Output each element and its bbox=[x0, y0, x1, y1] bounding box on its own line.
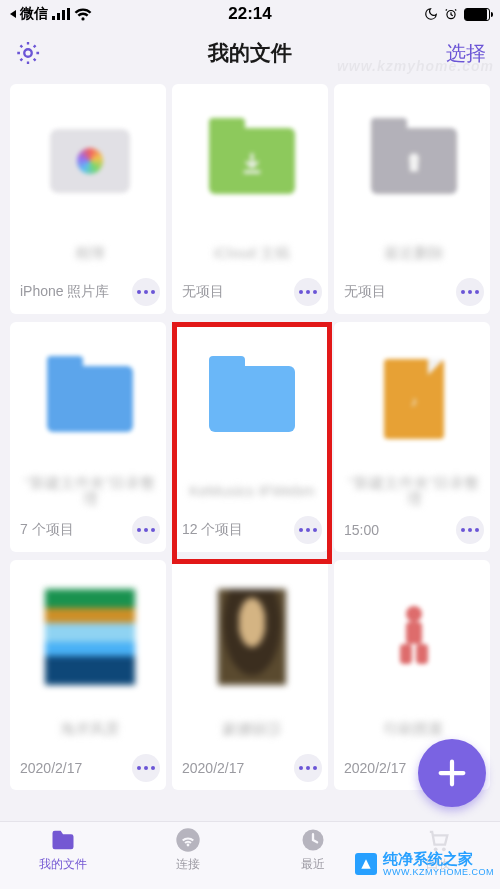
thumb bbox=[344, 570, 484, 704]
image-thumbnail bbox=[45, 592, 135, 682]
card-subtitle: 2020/2/17 bbox=[20, 760, 82, 776]
add-button[interactable] bbox=[418, 739, 486, 807]
ellipsis-icon bbox=[461, 528, 479, 532]
svg-point-6 bbox=[406, 606, 422, 622]
card-title: 相簿 bbox=[20, 234, 160, 272]
ellipsis-icon bbox=[137, 290, 155, 294]
more-button[interactable] bbox=[294, 278, 322, 306]
more-button[interactable] bbox=[456, 278, 484, 306]
ellipsis-icon bbox=[461, 290, 479, 294]
more-button[interactable] bbox=[294, 754, 322, 782]
folder-icon bbox=[49, 826, 77, 854]
battery-icon bbox=[464, 8, 490, 21]
signal-icon bbox=[52, 8, 70, 20]
status-left: 微信 bbox=[10, 5, 92, 23]
thumb bbox=[182, 332, 322, 466]
svg-rect-9 bbox=[416, 644, 428, 664]
tab-connect[interactable]: 连接 bbox=[125, 826, 250, 889]
thumb bbox=[182, 94, 322, 228]
tab-label: 回收 bbox=[426, 856, 450, 873]
file-card[interactable]: iCloud 文稿 无项目 bbox=[172, 84, 328, 314]
svg-rect-3 bbox=[67, 8, 70, 20]
plus-icon bbox=[435, 756, 469, 790]
ellipsis-icon bbox=[299, 290, 317, 294]
tab-label: 最近 bbox=[301, 856, 325, 873]
thumb bbox=[344, 94, 484, 228]
nav-bar: 我的文件 选择 bbox=[0, 28, 500, 78]
page-title: 我的文件 bbox=[208, 39, 292, 67]
thumb bbox=[182, 570, 322, 704]
card-title: 海岸风景 bbox=[20, 710, 160, 748]
settings-button[interactable] bbox=[14, 39, 42, 67]
ellipsis-icon bbox=[137, 766, 155, 770]
figure-red-icon bbox=[369, 592, 459, 682]
cart-icon bbox=[424, 826, 452, 854]
thumb: ♪ bbox=[344, 332, 484, 466]
thumb bbox=[20, 570, 160, 704]
select-button[interactable]: 选择 bbox=[446, 40, 486, 67]
ellipsis-icon bbox=[299, 766, 317, 770]
more-button[interactable] bbox=[132, 516, 160, 544]
svg-point-10 bbox=[176, 828, 199, 851]
dnd-moon-icon bbox=[424, 7, 438, 21]
card-subtitle: 15:00 bbox=[344, 522, 379, 538]
icloud-folder-icon bbox=[207, 116, 297, 206]
ellipsis-icon bbox=[137, 528, 155, 532]
card-subtitle: 2020/2/17 bbox=[344, 760, 406, 776]
file-card[interactable]: "新建文件夹"目录整理 7 个项目 bbox=[10, 322, 166, 552]
wifi-icon bbox=[74, 8, 92, 21]
more-button[interactable] bbox=[294, 516, 322, 544]
card-subtitle: 无项目 bbox=[182, 283, 224, 301]
tab-files[interactable]: 我的文件 bbox=[0, 826, 125, 889]
svg-rect-1 bbox=[57, 13, 60, 20]
file-card[interactable]: 海岸风景 2020/2/17 bbox=[10, 560, 166, 790]
image-thumbnail bbox=[207, 592, 297, 682]
card-title: 最近删除 bbox=[344, 234, 484, 272]
svg-point-13 bbox=[433, 847, 437, 851]
card-subtitle: 无项目 bbox=[344, 283, 386, 301]
svg-point-5 bbox=[24, 49, 31, 56]
trash-folder-icon bbox=[369, 116, 459, 206]
file-card[interactable]: 相簿 iPhone 照片库 bbox=[10, 84, 166, 314]
status-app-name: 微信 bbox=[20, 5, 48, 23]
card-title: KeMusics IFWebm bbox=[182, 472, 322, 510]
ellipsis-icon bbox=[299, 528, 317, 532]
alarm-icon bbox=[444, 7, 458, 21]
svg-rect-0 bbox=[52, 16, 55, 20]
thumb bbox=[20, 94, 160, 228]
tab-recent[interactable]: 最近 bbox=[250, 826, 375, 889]
status-right bbox=[424, 7, 490, 21]
status-bar: 微信 22:14 bbox=[0, 0, 500, 28]
document-orange-icon: ♪ bbox=[369, 354, 459, 444]
status-time: 22:14 bbox=[228, 4, 271, 24]
photos-library-icon bbox=[45, 116, 135, 206]
card-subtitle: iPhone 照片库 bbox=[20, 283, 109, 301]
tab-label: 我的文件 bbox=[39, 856, 87, 873]
clock-icon bbox=[299, 826, 327, 854]
wifi-circle-icon bbox=[174, 826, 202, 854]
svg-point-11 bbox=[186, 844, 189, 847]
file-card[interactable]: 蒙娜丽莎 2020/2/17 bbox=[172, 560, 328, 790]
svg-rect-8 bbox=[400, 644, 412, 664]
card-subtitle: 12 个项目 bbox=[182, 521, 243, 539]
back-chevron-icon bbox=[10, 10, 16, 18]
more-button[interactable] bbox=[132, 754, 160, 782]
more-button[interactable] bbox=[456, 516, 484, 544]
file-card[interactable]: KeMusics IFWebm 12 个项目 bbox=[172, 322, 328, 552]
file-card[interactable]: ♪ "新建文件夹"目录整理 15:00 bbox=[334, 322, 490, 552]
folder-blue-icon bbox=[207, 354, 297, 444]
folder-blue-icon bbox=[45, 354, 135, 444]
card-title: iCloud 文稿 bbox=[182, 234, 322, 272]
card-title: "新建文件夹"目录整理 bbox=[20, 472, 160, 510]
card-title: 蒙娜丽莎 bbox=[182, 710, 322, 748]
tab-label: 连接 bbox=[176, 856, 200, 873]
card-subtitle: 2020/2/17 bbox=[182, 760, 244, 776]
svg-point-14 bbox=[441, 847, 445, 851]
file-card[interactable]: 最近删除 无项目 bbox=[334, 84, 490, 314]
svg-rect-2 bbox=[62, 10, 65, 20]
tab-trash[interactable]: 回收 bbox=[375, 826, 500, 889]
thumb bbox=[20, 332, 160, 466]
tab-bar: 我的文件 连接 最近 回收 bbox=[0, 821, 500, 889]
card-title: "新建文件夹"目录整理 bbox=[344, 472, 484, 510]
more-button[interactable] bbox=[132, 278, 160, 306]
